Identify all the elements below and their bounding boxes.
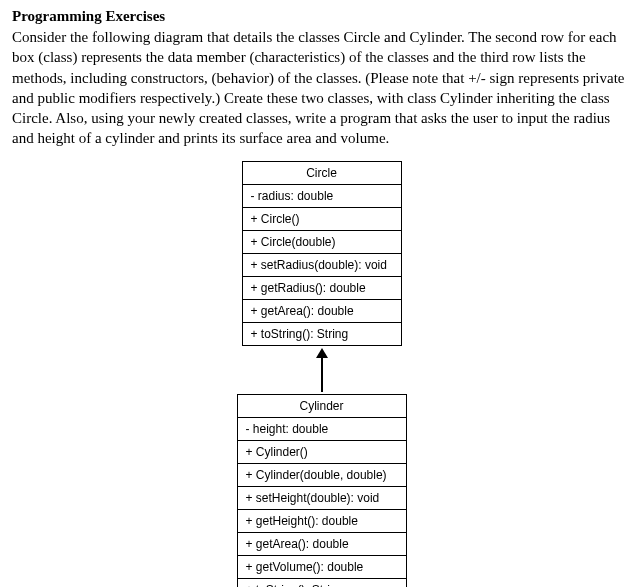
arrow-line: [321, 358, 323, 392]
uml-method: + getRadius(): double: [243, 277, 401, 300]
uml-attribute: - height: double: [238, 418, 406, 441]
page-title: Programming Exercises: [12, 8, 631, 25]
inheritance-arrow: [316, 348, 328, 392]
uml-method: + getArea(): double: [238, 533, 406, 556]
uml-method: + toString(): String: [243, 323, 401, 345]
arrow-up-icon: [316, 348, 328, 358]
exercise-paragraph: Consider the following diagram that deta…: [12, 27, 631, 149]
uml-method: + getArea(): double: [243, 300, 401, 323]
uml-method: + Circle(double): [243, 231, 401, 254]
uml-method: + Circle(): [243, 208, 401, 231]
uml-class-name: Circle: [243, 162, 401, 185]
uml-method: + setRadius(double): void: [243, 254, 401, 277]
uml-attribute: - radius: double: [243, 185, 401, 208]
uml-method: + getVolume(): double: [238, 556, 406, 579]
uml-method: + Cylinder(double, double): [238, 464, 406, 487]
uml-method: + setHeight(double): void: [238, 487, 406, 510]
uml-method: + toString(): String: [238, 579, 406, 588]
uml-method: + Cylinder(): [238, 441, 406, 464]
uml-class-circle: Circle - radius: double + Circle() + Cir…: [242, 161, 402, 346]
uml-diagram: Circle - radius: double + Circle() + Cir…: [12, 161, 631, 588]
uml-class-cylinder: Cylinder - height: double + Cylinder() +…: [237, 394, 407, 588]
uml-method: + getHeight(): double: [238, 510, 406, 533]
uml-class-name: Cylinder: [238, 395, 406, 418]
